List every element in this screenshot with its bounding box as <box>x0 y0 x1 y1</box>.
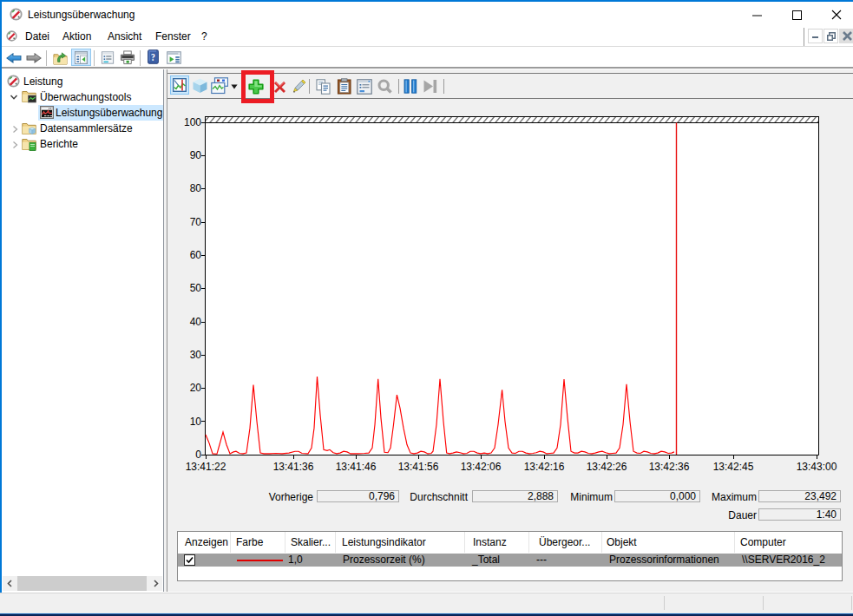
svg-text:?: ? <box>151 51 155 62</box>
